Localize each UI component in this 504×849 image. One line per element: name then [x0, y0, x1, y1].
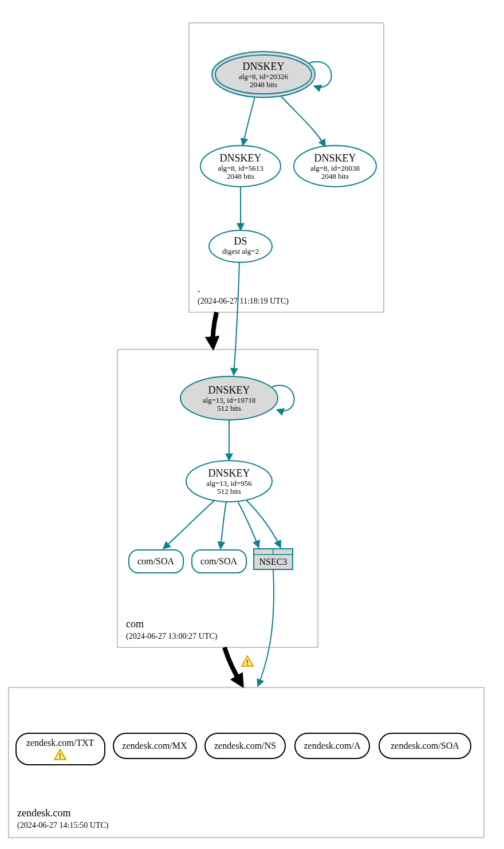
- node-zendesk-ns: zendesk.com/NS: [205, 733, 285, 758]
- node-root-ksk: DNSKEY alg=8, id=20326 2048 bits: [212, 52, 315, 97]
- svg-text:DNSKEY: DNSKEY: [314, 152, 356, 164]
- node-com-nsec3: NSEC3: [254, 549, 293, 569]
- warning-icon: !: [242, 656, 253, 667]
- zone-com-label: com: [126, 618, 144, 630]
- svg-text:2048 bits: 2048 bits: [321, 172, 349, 180]
- node-zendesk-mx: zendesk.com/MX: [113, 733, 196, 758]
- node-root-zsk1: DNSKEY alg=8, id=5613 2048 bits: [200, 146, 281, 187]
- svg-text:zendesk.com/A: zendesk.com/A: [304, 741, 361, 750]
- svg-text:alg=13, id=19718: alg=13, id=19718: [203, 396, 256, 404]
- zone-root-label: .: [198, 283, 200, 294]
- svg-text:zendesk.com/SOA: zendesk.com/SOA: [391, 741, 459, 750]
- svg-text:com/SOA: com/SOA: [200, 556, 237, 566]
- svg-text:DNSKEY: DNSKEY: [242, 61, 284, 72]
- node-root-ds: DS digest alg=2: [209, 230, 272, 262]
- svg-text:com/SOA: com/SOA: [137, 556, 174, 566]
- edge-root-to-com-thick: [213, 312, 216, 347]
- edge-com-to-zendesk-thick: [225, 647, 242, 685]
- node-com-soa2: com/SOA: [192, 550, 246, 573]
- node-root-zsk2: DNSKEY alg=8, id=20038 2048 bits: [294, 146, 376, 187]
- edge-com-zsk-nsec3a: [238, 501, 259, 548]
- svg-text:alg=8, id=20038: alg=8, id=20038: [310, 164, 360, 172]
- svg-text:512 bits: 512 bits: [217, 404, 241, 412]
- svg-text:DNSKEY: DNSKEY: [208, 384, 250, 396]
- node-com-ksk: DNSKEY alg=13, id=19718 512 bits: [180, 376, 278, 420]
- zone-com: com (2024-06-27 13:00:27 UTC) DNSKEY alg…: [117, 349, 318, 647]
- edge-root-ksk-zsk2: [281, 96, 325, 147]
- svg-text:zendesk.com/NS: zendesk.com/NS: [214, 741, 276, 750]
- svg-text:(2024-06-27 14:15:50 UTC): (2024-06-27 14:15:50 UTC): [17, 821, 109, 830]
- svg-text:NSEC3: NSEC3: [259, 557, 288, 567]
- node-zendesk-a: zendesk.com/A: [295, 733, 369, 758]
- svg-text:512 bits: 512 bits: [217, 487, 241, 496]
- svg-text:!: !: [59, 752, 61, 760]
- zone-root-timestamp: (2024-06-27 11:18:19 UTC): [198, 297, 289, 306]
- svg-text:DNSKEY: DNSKEY: [219, 152, 261, 164]
- svg-text:alg=8, id=20326: alg=8, id=20326: [239, 72, 289, 81]
- svg-text:!: !: [246, 659, 249, 667]
- zone-root: . (2024-06-27 11:18:19 UTC) DNSKEY alg=8…: [189, 23, 384, 312]
- svg-text:zendesk.com/MX: zendesk.com/MX: [122, 741, 187, 750]
- edge-com-zsk-soa1: [163, 500, 215, 549]
- svg-text:DNSKEY: DNSKEY: [208, 467, 250, 479]
- edge-com-zsk-soa2: [220, 502, 226, 549]
- svg-text:2048 bits: 2048 bits: [227, 172, 254, 180]
- svg-text:alg=13, id=956: alg=13, id=956: [206, 479, 252, 488]
- svg-text:zendesk.com: zendesk.com: [17, 807, 70, 819]
- dnssec-diagram: . (2024-06-27 11:18:19 UTC) DNSKEY alg=8…: [0, 0, 504, 849]
- svg-text:(2024-06-27 13:00:27 UTC): (2024-06-27 13:00:27 UTC): [126, 632, 218, 641]
- node-zendesk-txt: zendesk.com/TXT !: [16, 733, 105, 765]
- svg-text:2048 bits: 2048 bits: [250, 80, 277, 89]
- edge-ds-to-com-ksk: [234, 262, 239, 375]
- edge-root-ksk-zsk1: [243, 97, 255, 146]
- svg-text:alg=8, id=5613: alg=8, id=5613: [218, 164, 263, 172]
- edge-nsec3-to-zendesk: [258, 569, 274, 686]
- node-com-zsk: DNSKEY alg=13, id=956 512 bits: [186, 461, 272, 502]
- svg-text:digest alg=2: digest alg=2: [222, 247, 259, 256]
- svg-text:DS: DS: [234, 235, 247, 247]
- node-com-soa1: com/SOA: [129, 550, 183, 573]
- zone-zendesk: zendesk.com (2024-06-27 14:15:50 UTC) ze…: [9, 687, 484, 838]
- node-zendesk-soa: zendesk.com/SOA: [379, 733, 471, 758]
- svg-text:zendesk.com/TXT: zendesk.com/TXT: [26, 738, 94, 748]
- edge-com-zsk-nsec3b: [246, 500, 281, 548]
